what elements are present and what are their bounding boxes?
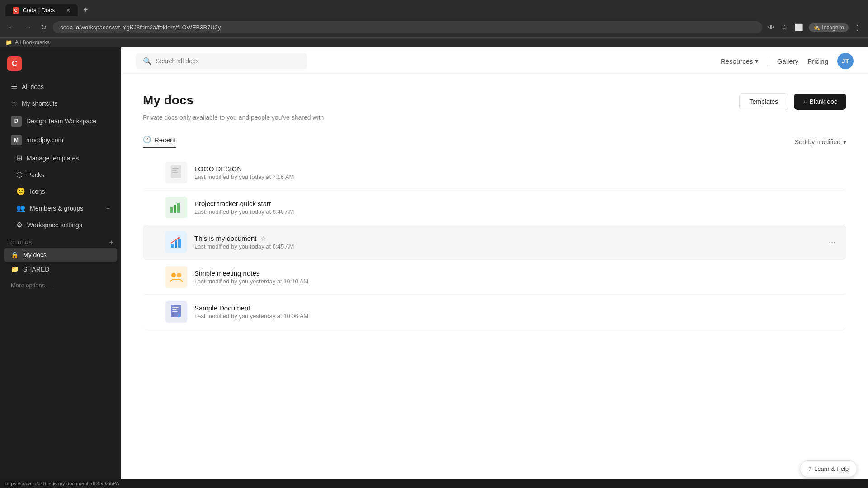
sidebar-folder-shared[interactable]: 📁 SHARED — [4, 263, 117, 276]
workspace-design-letter: D — [11, 116, 22, 127]
page-header: My docs Templates + Blank doc — [143, 93, 846, 110]
search-icon: 🔍 — [143, 57, 152, 66]
doc-info-logo-design: LOGO DESIGN Last modified by you today a… — [194, 165, 839, 180]
star-icon-my-document[interactable]: ☆ — [260, 235, 266, 242]
doc-name-my-document: This is my document ☆ — [194, 235, 818, 242]
svg-rect-8 — [175, 240, 177, 248]
sidebar-item-my-shortcuts[interactable]: ☆ My shortcuts — [4, 95, 117, 111]
bookmarks-bar: 📁 All Bookmarks — [0, 37, 868, 47]
recent-tab[interactable]: 🕐 Recent — [143, 136, 176, 148]
more-options[interactable]: More options ··· — [4, 278, 117, 292]
svg-rect-15 — [172, 309, 177, 310]
sidebar-item-packs[interactable]: ⬡ Packs — [4, 167, 117, 183]
svg-rect-6 — [177, 203, 180, 213]
tab-favicon: C — [13, 7, 19, 14]
templates-button[interactable]: Templates — [739, 93, 789, 110]
doc-icon-sample-document — [165, 301, 187, 323]
svg-point-12 — [177, 273, 181, 277]
reload-button[interactable]: ↻ — [38, 21, 49, 33]
doc-icon-project-tracker — [165, 197, 187, 218]
manage-templates-icon: ⊞ — [16, 154, 22, 162]
app-logo[interactable]: C — [7, 56, 22, 71]
doc-more-button-my-document[interactable]: ··· — [825, 236, 839, 249]
svg-rect-3 — [172, 172, 178, 173]
hide-extensions-button[interactable]: 👁 — [766, 22, 776, 33]
blank-doc-button[interactable]: + Blank doc — [794, 94, 846, 110]
bookmark-button[interactable]: ☆ — [780, 22, 789, 33]
doc-info-my-document: This is my document ☆ Last modified by y… — [194, 235, 818, 250]
menu-button[interactable]: ⋮ — [852, 22, 863, 33]
doc-icon-logo-design — [165, 162, 187, 183]
members-groups-icon: 👥 — [16, 204, 25, 212]
doc-list: LOGO DESIGN Last modified by you today a… — [143, 155, 846, 329]
split-screen-button[interactable]: ⬜ — [793, 22, 805, 33]
svg-point-11 — [171, 273, 176, 277]
doc-item-project-tracker[interactable]: Project tracker quick start Last modifie… — [143, 190, 846, 225]
address-bar[interactable] — [53, 21, 762, 33]
svg-rect-9 — [178, 239, 181, 248]
sort-button[interactable]: Sort by modified ▾ — [795, 138, 846, 145]
sidebar-folder-my-docs[interactable]: 🔒 My docs — [4, 248, 117, 262]
folders-label: FOLDERS — [7, 240, 32, 245]
pricing-link[interactable]: Pricing — [807, 57, 828, 65]
learn-help-icon: ? — [808, 465, 811, 472]
svg-rect-16 — [172, 311, 178, 312]
new-tab-button[interactable]: + — [80, 4, 92, 17]
browser-tabs: C Coda | Docs ✕ + — [5, 4, 863, 17]
incognito-badge: 🕵 Incognito — [809, 23, 849, 32]
resources-chevron-icon: ▾ — [755, 57, 759, 65]
user-avatar[interactable]: JT — [837, 53, 854, 69]
sidebar-item-all-docs-label: All docs — [22, 83, 44, 90]
sidebar-folder-shared-label: SHARED — [23, 266, 49, 273]
doc-name-meeting-notes: Simple meeting notes — [194, 269, 839, 277]
back-button[interactable]: ← — [5, 22, 18, 33]
doc-item-logo-design[interactable]: LOGO DESIGN Last modified by you today a… — [143, 155, 846, 190]
doc-icon-meeting-notes — [165, 266, 187, 288]
more-options-ellipsis-icon: ··· — [48, 282, 53, 289]
sidebar-item-icons-label: Icons — [30, 188, 45, 195]
forward-button[interactable]: → — [22, 22, 34, 33]
sort-label: Sort by modified — [795, 138, 840, 145]
section-header: 🕐 Recent Sort by modified ▾ — [143, 136, 846, 148]
doc-meta-meeting-notes: Last modified by you yesterday at 10:10 … — [194, 278, 839, 285]
app-layout: C ☰ All docs ☆ My shortcuts D Design Tea… — [0, 47, 868, 479]
svg-rect-4 — [170, 207, 173, 213]
svg-rect-14 — [172, 307, 179, 308]
tab-close-button[interactable]: ✕ — [66, 7, 71, 14]
sidebar-workspace-moodjoy[interactable]: M moodjoy.com — [4, 131, 117, 149]
learn-help-button[interactable]: ? Learn & Help — [800, 460, 857, 477]
nav-divider — [768, 56, 768, 66]
sidebar-item-members-groups-label: Members & groups — [30, 205, 83, 212]
search-input[interactable] — [156, 57, 300, 65]
resources-button[interactable]: Resources ▾ — [721, 57, 759, 65]
browser-chrome: C Coda | Docs ✕ + ← → ↻ 👁 ☆ ⬜ 🕵 Incognit… — [0, 0, 868, 37]
doc-item-sample-document[interactable]: Sample Document Last modified by you yes… — [143, 295, 846, 329]
svg-rect-7 — [171, 244, 174, 248]
my-shortcuts-icon: ☆ — [11, 99, 17, 108]
sidebar-workspace-design[interactable]: D Design Team Workspace — [4, 112, 117, 130]
svg-rect-1 — [172, 168, 179, 169]
sidebar-item-manage-templates[interactable]: ⊞ Manage templates — [4, 150, 117, 166]
sidebar-item-icons[interactable]: 🙂 Icons — [4, 183, 117, 199]
browser-nav: ← → ↻ 👁 ☆ ⬜ 🕵 Incognito ⋮ — [5, 19, 863, 37]
sort-chevron-icon: ▾ — [843, 138, 846, 145]
add-folder-button[interactable]: + — [109, 239, 113, 247]
active-tab[interactable]: C Coda | Docs ✕ — [5, 4, 78, 16]
workspace-design-label: Design Team Workspace — [26, 117, 96, 125]
bookmarks-label: All Bookmarks — [15, 39, 50, 46]
tab-title: Coda | Docs — [23, 7, 55, 14]
blank-doc-label: Blank doc — [810, 98, 837, 105]
doc-meta-sample-document: Last modified by you yesterday at 10:06 … — [194, 313, 839, 319]
doc-name-project-tracker: Project tracker quick start — [194, 200, 839, 207]
packs-icon: ⬡ — [16, 170, 23, 179]
doc-info-meeting-notes: Simple meeting notes Last modified by yo… — [194, 269, 839, 285]
sidebar-item-all-docs[interactable]: ☰ All docs — [4, 79, 117, 94]
add-member-button[interactable]: + — [106, 205, 110, 212]
search-bar[interactable]: 🔍 — [136, 53, 307, 69]
sidebar-item-members-groups[interactable]: 👥 Members & groups + — [4, 200, 117, 216]
sidebar-item-workspace-settings-label: Workspace settings — [27, 221, 82, 229]
gallery-link[interactable]: Gallery — [777, 57, 799, 65]
doc-item-my-document[interactable]: This is my document ☆ Last modified by y… — [143, 225, 846, 260]
sidebar-item-workspace-settings[interactable]: ⚙ Workspace settings — [4, 217, 117, 233]
doc-item-meeting-notes[interactable]: Simple meeting notes Last modified by yo… — [143, 260, 846, 295]
